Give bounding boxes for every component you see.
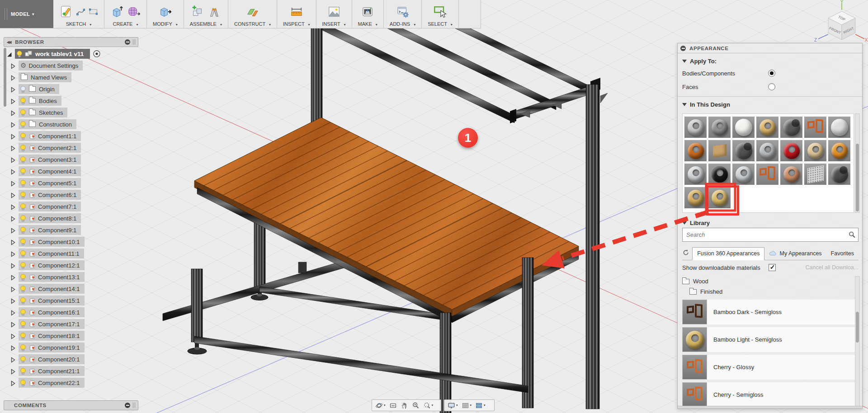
design-swatch[interactable] — [732, 140, 755, 161]
expander-closed-icon[interactable] — [10, 180, 16, 186]
visibility-bulb-icon[interactable] — [20, 250, 26, 258]
zoom-button[interactable] — [410, 400, 421, 410]
material-bamboo-dark-semigloss[interactable]: Bamboo Dark - Semigloss — [682, 300, 859, 324]
design-swatch[interactable] — [756, 164, 778, 185]
design-swatch[interactable] — [780, 140, 802, 161]
browser-item-component19-1[interactable]: Component19:1 — [4, 342, 138, 353]
expander-closed-icon[interactable] — [10, 310, 16, 315]
browser-header[interactable]: ◀◀ BROWSER — [4, 37, 138, 47]
visibility-bulb-icon[interactable] — [20, 156, 26, 164]
toolbar-menu-inspect[interactable]: INSPECT ▾ — [283, 21, 310, 27]
design-swatch[interactable] — [708, 164, 731, 185]
browser-item-sketches[interactable]: Sketches — [4, 107, 138, 118]
browser-item-named-views[interactable]: Named Views — [4, 71, 138, 83]
expander-closed-icon[interactable] — [10, 274, 16, 280]
visibility-bulb-icon[interactable] — [20, 168, 26, 175]
toolbar-menu-modify[interactable]: MODIFY ▾ — [153, 21, 178, 27]
minimize-dialog-icon[interactable] — [680, 46, 686, 51]
visibility-bulb-icon[interactable] — [20, 332, 26, 340]
design-swatch[interactable] — [708, 140, 731, 161]
press-pull-icon[interactable] — [158, 5, 172, 19]
design-swatch[interactable] — [756, 117, 778, 138]
show-downloadable-checkbox[interactable] — [769, 264, 776, 271]
expander-closed-icon[interactable] — [10, 145, 16, 151]
expander-closed-icon[interactable] — [10, 86, 16, 92]
expander-closed-icon[interactable] — [10, 122, 16, 127]
expander-closed-icon[interactable] — [10, 251, 16, 257]
material-bamboo-light-semigloss[interactable]: Bamboo Light - Semigloss — [682, 327, 859, 352]
visibility-bulb-icon[interactable] — [20, 285, 26, 293]
browser-item-component12-1[interactable]: Component12:1 — [4, 259, 138, 271]
radio-button[interactable] — [768, 70, 775, 77]
toolbar-menu-create[interactable]: CREATE ▾ — [113, 21, 138, 27]
visibility-bulb-icon[interactable] — [20, 191, 26, 199]
design-swatch[interactable] — [684, 117, 707, 138]
display-settings-button[interactable]: ▾ — [446, 400, 459, 410]
design-swatch[interactable] — [708, 117, 731, 138]
toolbar-menu-sketch[interactable]: SKETCH ▾ — [66, 21, 92, 27]
tab-fusion-360-appearances[interactable]: Fusion 360 Appearances — [692, 247, 764, 260]
joint-icon[interactable] — [208, 5, 221, 19]
design-swatch[interactable] — [732, 164, 755, 185]
toolbar-menu-insert[interactable]: INSERT ▾ — [322, 21, 346, 27]
visibility-bulb-icon[interactable] — [20, 262, 26, 269]
measure-icon[interactable] — [290, 5, 303, 19]
toolbar-menu-add-ins[interactable]: ADD-INS ▾ — [390, 21, 415, 27]
expander-closed-icon[interactable] — [10, 321, 16, 327]
expander-closed-icon[interactable] — [10, 357, 16, 362]
browser-item-bodies[interactable]: Bodies — [4, 95, 138, 107]
expander-closed-icon[interactable] — [10, 286, 16, 292]
viewports-button[interactable]: ▾ — [474, 400, 487, 410]
swatch-scrollbar[interactable] — [855, 113, 860, 213]
in-this-design-section-header[interactable]: In This Design — [678, 97, 862, 110]
visibility-bulb-icon[interactable] — [20, 320, 26, 328]
design-swatch[interactable] — [684, 164, 707, 185]
expander-closed-icon[interactable] — [10, 216, 16, 221]
expander-closed-icon[interactable] — [10, 157, 16, 163]
toolbar-menu-assemble[interactable]: ASSEMBLE ▾ — [190, 21, 222, 27]
select-icon[interactable] — [433, 5, 447, 19]
visibility-bulb-icon[interactable] — [20, 356, 26, 363]
browser-item-component8-1[interactable]: Component8:1 — [4, 212, 138, 224]
design-swatch[interactable] — [684, 187, 707, 208]
toolbar-menu-make[interactable]: MAKE ▾ — [358, 21, 377, 27]
list-scrollbar[interactable] — [855, 276, 860, 407]
view-cube[interactable]: Y Z X TOP FRONT RIGHT — [809, 0, 868, 45]
expander-closed-icon[interactable] — [10, 169, 16, 174]
design-swatch[interactable] — [828, 140, 850, 161]
design-swatch[interactable] — [684, 140, 707, 161]
visibility-bulb-icon[interactable] — [20, 238, 26, 246]
visibility-bulb-icon[interactable] — [20, 132, 26, 140]
panel-drag-handle[interactable] — [133, 403, 135, 408]
grid-settings-button[interactable]: ▾ — [460, 400, 473, 410]
expander-closed-icon[interactable] — [10, 204, 16, 210]
toolbar-grip-icon[interactable] — [5, 8, 7, 20]
expander-closed-icon[interactable] — [10, 227, 16, 233]
toolbar-menu-construct[interactable]: CONSTRUCT ▾ — [234, 21, 271, 27]
visibility-bulb-icon[interactable] — [20, 97, 26, 105]
design-swatch[interactable] — [756, 140, 778, 161]
visibility-bulb-icon[interactable] — [20, 344, 26, 352]
zoom-window-button[interactable]: ▾ — [422, 400, 435, 410]
panel-drag-handle[interactable] — [133, 39, 135, 45]
design-swatch[interactable] — [828, 164, 850, 185]
expander-closed-icon[interactable] — [10, 298, 16, 304]
expander-closed-icon[interactable] — [10, 263, 16, 268]
tab-favorites[interactable]: Favorites — [826, 248, 859, 260]
tab-my-appearances[interactable]: My Appearances — [764, 248, 826, 260]
browser-item-component4-1[interactable]: Component4:1 — [4, 165, 138, 177]
expander-closed-icon[interactable] — [10, 239, 16, 245]
create-sketch-icon[interactable] — [59, 5, 73, 19]
browser-scrollbar[interactable] — [4, 48, 6, 107]
design-swatch[interactable] — [732, 117, 755, 138]
browser-item-component17-1[interactable]: Component17:1 — [4, 318, 138, 330]
insert-image-icon[interactable] — [327, 5, 341, 19]
visibility-bulb-icon[interactable] — [20, 109, 26, 117]
browser-item-document-settings[interactable]: ⚙Document Settings — [4, 60, 138, 71]
browser-item-component2-1[interactable]: Component2:1 — [4, 142, 138, 154]
library-folder-wood[interactable]: Wood — [682, 276, 859, 286]
visibility-bulb-icon[interactable] — [16, 50, 23, 58]
construction-plane-icon[interactable] — [246, 5, 259, 19]
browser-item-component16-1[interactable]: Component16:1 — [4, 306, 138, 318]
browser-root-item[interactable]: work tablev1 v11 — [4, 48, 138, 60]
